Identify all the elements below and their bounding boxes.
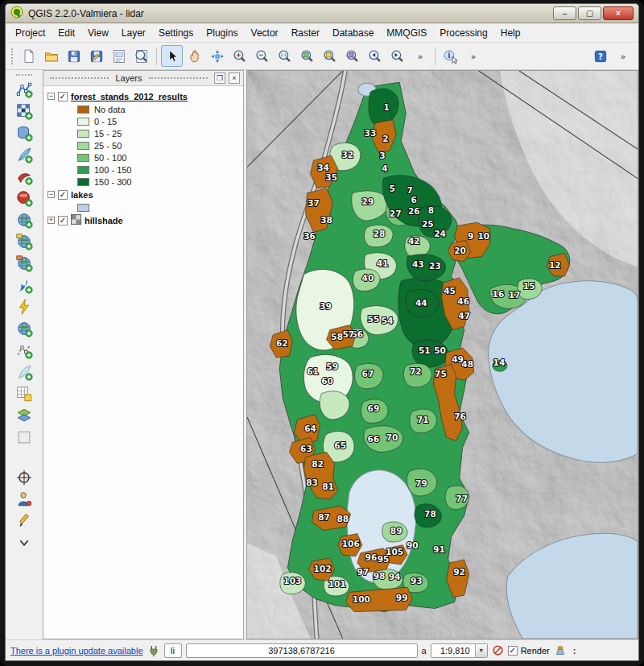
new-print-composer-button[interactable] bbox=[108, 45, 130, 67]
add-vector-layer-button[interactable] bbox=[14, 79, 35, 100]
new-shapefile-layer-button[interactable] bbox=[14, 340, 35, 361]
menu-edit[interactable]: Edit bbox=[52, 25, 81, 41]
zoom-out-button[interactable] bbox=[251, 45, 273, 67]
layer-checkbox[interactable]: ✓ bbox=[58, 216, 68, 225]
layers-panel-header[interactable]: Layers ❐ × bbox=[43, 71, 243, 86]
menu-raster[interactable]: Raster bbox=[285, 25, 326, 41]
layer-checkbox[interactable]: ✓ bbox=[58, 190, 68, 200]
menu-mmqgis[interactable]: MMQGIS bbox=[380, 25, 433, 41]
coordinate-display[interactable]: 397138,6787216 bbox=[186, 643, 418, 658]
help-contents-button[interactable]: ? bbox=[589, 45, 611, 67]
add-sqlanywhere-layer-button[interactable] bbox=[14, 296, 35, 317]
menu-plugins[interactable]: Plugins bbox=[200, 25, 244, 41]
style-manager-button[interactable] bbox=[14, 405, 35, 426]
pan-to-selection-button[interactable] bbox=[206, 45, 228, 67]
crs-status-button[interactable] bbox=[554, 644, 567, 657]
legend-class-row: 15 - 25 bbox=[45, 127, 242, 139]
menubar: ProjectEditViewLayerSettingsPluginsVecto… bbox=[6, 23, 638, 43]
add-spatialite-layer-button[interactable] bbox=[14, 144, 35, 165]
add-web-layer-button[interactable] bbox=[14, 318, 35, 339]
open-project-button[interactable] bbox=[40, 45, 62, 67]
menu-database[interactable]: Database bbox=[326, 25, 380, 41]
panel-float-button[interactable]: ❐ bbox=[214, 72, 225, 84]
stand-label-71: 71 bbox=[417, 415, 429, 424]
add-mssql-layer-button[interactable] bbox=[14, 166, 35, 187]
zoom-native-button[interactable]: 1:1 bbox=[274, 45, 295, 67]
gps-information-button[interactable] bbox=[14, 489, 35, 510]
layer-expander[interactable]: − bbox=[47, 191, 55, 198]
add-delimited-text-layer-button[interactable] bbox=[14, 275, 35, 296]
scale-combobox[interactable]: 1:9,810 ▼ bbox=[431, 643, 488, 658]
add-raster-layer-button[interactable] bbox=[14, 101, 35, 122]
new-spatialite-layer-button[interactable] bbox=[14, 362, 35, 383]
layer-row-lakes[interactable]: −✓lakes bbox=[45, 188, 242, 201]
close-button[interactable]: × bbox=[603, 6, 634, 20]
map-svg[interactable]: 1234567891012141516172023242526272829323… bbox=[247, 71, 638, 639]
toolbar-overflow-2-button[interactable]: » bbox=[462, 45, 484, 67]
new-gpx-layer-button[interactable] bbox=[14, 383, 35, 404]
menu-layer[interactable]: Layer bbox=[115, 25, 152, 41]
menu-project[interactable]: Project bbox=[9, 25, 52, 41]
zoom-to-selection-button[interactable] bbox=[319, 45, 341, 67]
zoom-in-button[interactable] bbox=[229, 45, 250, 67]
toolbar-overflow-1-button[interactable]: » bbox=[409, 45, 431, 67]
map-canvas[interactable]: 1234567891012141516172023242526272829323… bbox=[246, 70, 638, 639]
stand-label-15: 15 bbox=[523, 281, 535, 291]
save-project-as-button[interactable] bbox=[85, 45, 107, 67]
composer-manager-button[interactable] bbox=[130, 45, 152, 67]
plugin-icon[interactable] bbox=[147, 644, 160, 657]
new-project-button[interactable] bbox=[18, 45, 39, 67]
chevron-down-icon[interactable]: ▼ bbox=[475, 643, 487, 658]
menu-help[interactable]: Help bbox=[494, 25, 527, 41]
menu-settings[interactable]: Settings bbox=[152, 25, 200, 41]
layer-expander[interactable]: − bbox=[47, 93, 55, 100]
side-toolbar-grip[interactable] bbox=[16, 74, 32, 76]
zoom-full-button[interactable] bbox=[296, 45, 318, 67]
layer-row-hillshade[interactable]: +✓hillshade bbox=[45, 213, 242, 227]
zoom-last-button[interactable] bbox=[364, 45, 386, 67]
menu-processing[interactable]: Processing bbox=[433, 25, 493, 41]
layer-row-forest_stands_2012_results[interactable]: −✓forest_stands_2012_results bbox=[45, 89, 242, 103]
add-wms-layer-icon bbox=[15, 211, 33, 229]
layer-checkbox[interactable]: ✓ bbox=[58, 92, 68, 101]
coordinate-extents-toggle[interactable]: a bbox=[422, 646, 427, 656]
plugin-update-link[interactable]: There is a plugin update available bbox=[10, 646, 143, 656]
pan-to-selection-icon bbox=[209, 48, 225, 64]
text-annotation-button[interactable] bbox=[14, 511, 35, 532]
maximize-button[interactable]: ▢ bbox=[578, 6, 601, 20]
save-project-button[interactable] bbox=[63, 45, 85, 67]
stand-label-66: 66 bbox=[368, 434, 380, 444]
toolbar-overflow-2-icon: » bbox=[465, 48, 481, 64]
add-spatialite-layer-icon bbox=[15, 146, 33, 163]
zoom-next-button[interactable] bbox=[386, 45, 408, 67]
identify-features-button[interactable]: i bbox=[440, 45, 461, 67]
add-wms-layer-button[interactable] bbox=[14, 209, 35, 230]
zoom-to-layer-button[interactable] bbox=[341, 45, 363, 67]
coordinate-capture-button[interactable] bbox=[14, 467, 35, 488]
toolbar-grip[interactable] bbox=[11, 48, 14, 64]
pan-map-button[interactable] bbox=[184, 45, 205, 67]
add-wcs-layer-button[interactable] bbox=[14, 231, 35, 252]
panel-close-button[interactable]: × bbox=[229, 72, 240, 84]
raster-layer-icon bbox=[71, 214, 81, 226]
render-checkbox-box[interactable]: ✓ bbox=[508, 646, 518, 656]
menu-view[interactable]: View bbox=[81, 25, 115, 41]
toolbar-overflow-3-button[interactable]: » bbox=[612, 45, 634, 67]
stand-label-16: 16 bbox=[493, 289, 505, 299]
minimize-button[interactable]: – bbox=[553, 6, 576, 20]
layer-expander[interactable]: + bbox=[47, 217, 55, 224]
stop-render-icon[interactable] bbox=[492, 644, 504, 656]
legend-class-row: 25 - 50 bbox=[45, 139, 242, 151]
render-checkbox[interactable]: ✓ Render bbox=[508, 646, 550, 656]
legend-class-row: 0 - 15 bbox=[45, 115, 242, 127]
layer-name: lakes bbox=[71, 190, 93, 200]
sidebar-overflow-button[interactable] bbox=[14, 532, 35, 553]
titlebar[interactable]: QGIS 2.2.0-Valmiera - lidar – ▢ × bbox=[6, 4, 638, 23]
menu-vector[interactable]: Vector bbox=[245, 25, 285, 41]
add-oracle-layer-button[interactable] bbox=[14, 188, 35, 209]
add-wfs-layer-button[interactable] bbox=[14, 253, 35, 274]
remove-layer-button[interactable] bbox=[14, 427, 35, 448]
add-postgis-layer-button[interactable] bbox=[14, 122, 35, 143]
touch-zoom-button[interactable] bbox=[161, 45, 183, 67]
messages-button[interactable]: : bbox=[571, 646, 579, 656]
